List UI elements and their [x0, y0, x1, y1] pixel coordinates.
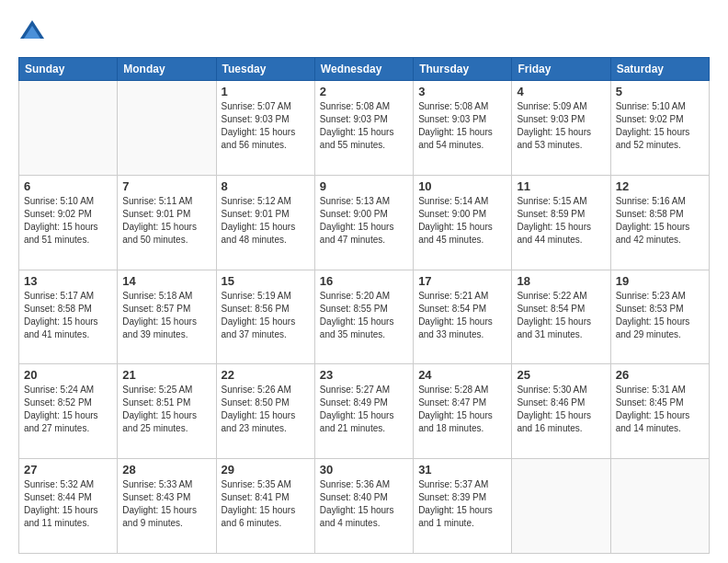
day-number: 11 [517, 179, 605, 193]
calendar-cell: 22Sunrise: 5:26 AM Sunset: 8:50 PM Dayli… [216, 364, 314, 459]
day-info: Sunrise: 5:13 AM Sunset: 9:00 PM Dayligh… [320, 195, 408, 247]
calendar-cell: 27Sunrise: 5:32 AM Sunset: 8:44 PM Dayli… [19, 459, 118, 554]
day-number: 15 [222, 274, 310, 288]
calendar-week-1: 1Sunrise: 5:07 AM Sunset: 9:03 PM Daylig… [19, 81, 710, 176]
calendar-cell: 9Sunrise: 5:13 AM Sunset: 9:00 PM Daylig… [314, 175, 413, 270]
calendar-cell [19, 81, 118, 176]
calendar-cell: 16Sunrise: 5:20 AM Sunset: 8:55 PM Dayli… [314, 270, 413, 364]
calendar-cell [118, 81, 216, 176]
day-info: Sunrise: 5:14 AM Sunset: 9:00 PM Dayligh… [418, 195, 506, 247]
weekday-header-saturday: Saturday [610, 58, 709, 81]
day-number: 22 [222, 368, 310, 382]
day-info: Sunrise: 5:35 AM Sunset: 8:41 PM Dayligh… [222, 478, 310, 530]
day-number: 17 [418, 274, 506, 288]
day-info: Sunrise: 5:25 AM Sunset: 8:51 PM Dayligh… [122, 384, 210, 435]
calendar-cell: 23Sunrise: 5:27 AM Sunset: 8:49 PM Dayli… [314, 364, 413, 459]
calendar-week-2: 6Sunrise: 5:10 AM Sunset: 9:02 PM Daylig… [19, 175, 710, 270]
day-number: 6 [24, 179, 112, 193]
day-info: Sunrise: 5:08 AM Sunset: 9:03 PM Dayligh… [320, 100, 408, 152]
calendar-cell: 15Sunrise: 5:19 AM Sunset: 8:56 PM Dayli… [216, 270, 314, 364]
calendar-week-3: 13Sunrise: 5:17 AM Sunset: 8:58 PM Dayli… [19, 270, 710, 364]
calendar-cell: 11Sunrise: 5:15 AM Sunset: 8:59 PM Dayli… [512, 175, 610, 270]
weekday-header-thursday: Thursday [414, 58, 512, 81]
weekday-header-tuesday: Tuesday [216, 58, 314, 81]
day-number: 29 [222, 463, 310, 477]
calendar-cell: 29Sunrise: 5:35 AM Sunset: 8:41 PM Dayli… [216, 459, 314, 554]
calendar-cell: 13Sunrise: 5:17 AM Sunset: 8:58 PM Dayli… [19, 270, 118, 364]
header [18, 18, 710, 46]
day-info: Sunrise: 5:20 AM Sunset: 8:55 PM Dayligh… [320, 290, 408, 341]
calendar-cell: 2Sunrise: 5:08 AM Sunset: 9:03 PM Daylig… [314, 81, 413, 176]
day-info: Sunrise: 5:21 AM Sunset: 8:54 PM Dayligh… [418, 290, 506, 341]
day-number: 2 [320, 85, 408, 98]
day-number: 28 [122, 463, 210, 477]
day-info: Sunrise: 5:23 AM Sunset: 8:53 PM Dayligh… [616, 290, 704, 341]
logo-icon [18, 18, 46, 46]
day-info: Sunrise: 5:30 AM Sunset: 8:46 PM Dayligh… [517, 384, 605, 435]
day-info: Sunrise: 5:19 AM Sunset: 8:56 PM Dayligh… [222, 290, 310, 341]
day-info: Sunrise: 5:33 AM Sunset: 8:43 PM Dayligh… [122, 478, 210, 530]
calendar-cell: 5Sunrise: 5:10 AM Sunset: 9:02 PM Daylig… [610, 81, 709, 176]
day-info: Sunrise: 5:22 AM Sunset: 8:54 PM Dayligh… [517, 290, 605, 341]
day-info: Sunrise: 5:10 AM Sunset: 9:02 PM Dayligh… [24, 195, 112, 247]
day-info: Sunrise: 5:27 AM Sunset: 8:49 PM Dayligh… [320, 384, 408, 435]
day-info: Sunrise: 5:37 AM Sunset: 8:39 PM Dayligh… [418, 478, 506, 530]
day-info: Sunrise: 5:09 AM Sunset: 9:03 PM Dayligh… [517, 100, 605, 152]
calendar-cell: 7Sunrise: 5:11 AM Sunset: 9:01 PM Daylig… [118, 175, 216, 270]
calendar-cell: 4Sunrise: 5:09 AM Sunset: 9:03 PM Daylig… [512, 81, 610, 176]
day-number: 31 [418, 463, 506, 477]
calendar-cell: 1Sunrise: 5:07 AM Sunset: 9:03 PM Daylig… [216, 81, 314, 176]
calendar-cell: 26Sunrise: 5:31 AM Sunset: 8:45 PM Dayli… [610, 364, 709, 459]
day-info: Sunrise: 5:18 AM Sunset: 8:57 PM Dayligh… [122, 290, 210, 341]
day-info: Sunrise: 5:26 AM Sunset: 8:50 PM Dayligh… [222, 384, 310, 435]
calendar-header-row: SundayMondayTuesdayWednesdayThursdayFrid… [19, 58, 710, 81]
day-number: 16 [320, 274, 408, 288]
calendar-cell: 8Sunrise: 5:12 AM Sunset: 9:01 PM Daylig… [216, 175, 314, 270]
day-number: 24 [418, 368, 506, 382]
day-info: Sunrise: 5:07 AM Sunset: 9:03 PM Dayligh… [222, 100, 310, 152]
calendar-cell: 20Sunrise: 5:24 AM Sunset: 8:52 PM Dayli… [19, 364, 118, 459]
day-number: 30 [320, 463, 408, 477]
calendar-week-5: 27Sunrise: 5:32 AM Sunset: 8:44 PM Dayli… [19, 459, 710, 554]
calendar-cell: 24Sunrise: 5:28 AM Sunset: 8:47 PM Dayli… [414, 364, 512, 459]
day-number: 10 [418, 179, 506, 193]
day-number: 8 [222, 179, 310, 193]
day-info: Sunrise: 5:32 AM Sunset: 8:44 PM Dayligh… [24, 478, 112, 530]
day-info: Sunrise: 5:16 AM Sunset: 8:58 PM Dayligh… [616, 195, 704, 247]
day-info: Sunrise: 5:08 AM Sunset: 9:03 PM Dayligh… [418, 100, 506, 152]
calendar-cell [512, 459, 610, 554]
day-info: Sunrise: 5:15 AM Sunset: 8:59 PM Dayligh… [517, 195, 605, 247]
day-info: Sunrise: 5:28 AM Sunset: 8:47 PM Dayligh… [418, 384, 506, 435]
day-number: 4 [517, 85, 605, 98]
day-info: Sunrise: 5:36 AM Sunset: 8:40 PM Dayligh… [320, 478, 408, 530]
calendar-cell: 30Sunrise: 5:36 AM Sunset: 8:40 PM Dayli… [314, 459, 413, 554]
calendar-cell: 19Sunrise: 5:23 AM Sunset: 8:53 PM Dayli… [610, 270, 709, 364]
calendar-cell: 21Sunrise: 5:25 AM Sunset: 8:51 PM Dayli… [118, 364, 216, 459]
calendar-cell: 18Sunrise: 5:22 AM Sunset: 8:54 PM Dayli… [512, 270, 610, 364]
calendar-week-4: 20Sunrise: 5:24 AM Sunset: 8:52 PM Dayli… [19, 364, 710, 459]
day-info: Sunrise: 5:12 AM Sunset: 9:01 PM Dayligh… [222, 195, 310, 247]
calendar-cell: 12Sunrise: 5:16 AM Sunset: 8:58 PM Dayli… [610, 175, 709, 270]
calendar-cell: 25Sunrise: 5:30 AM Sunset: 8:46 PM Dayli… [512, 364, 610, 459]
logo [18, 18, 50, 46]
day-number: 14 [122, 274, 210, 288]
day-number: 9 [320, 179, 408, 193]
calendar-cell: 6Sunrise: 5:10 AM Sunset: 9:02 PM Daylig… [19, 175, 118, 270]
day-number: 5 [616, 85, 704, 98]
day-number: 21 [122, 368, 210, 382]
calendar-cell: 10Sunrise: 5:14 AM Sunset: 9:00 PM Dayli… [414, 175, 512, 270]
weekday-header-sunday: Sunday [19, 58, 118, 81]
day-info: Sunrise: 5:31 AM Sunset: 8:45 PM Dayligh… [616, 384, 704, 435]
day-number: 7 [122, 179, 210, 193]
weekday-header-wednesday: Wednesday [314, 58, 413, 81]
calendar-cell: 28Sunrise: 5:33 AM Sunset: 8:43 PM Dayli… [118, 459, 216, 554]
calendar-cell: 3Sunrise: 5:08 AM Sunset: 9:03 PM Daylig… [414, 81, 512, 176]
calendar-cell: 31Sunrise: 5:37 AM Sunset: 8:39 PM Dayli… [414, 459, 512, 554]
weekday-header-friday: Friday [512, 58, 610, 81]
day-number: 3 [418, 85, 506, 98]
day-number: 12 [616, 179, 704, 193]
day-number: 19 [616, 274, 704, 288]
day-info: Sunrise: 5:24 AM Sunset: 8:52 PM Dayligh… [24, 384, 112, 435]
day-info: Sunrise: 5:17 AM Sunset: 8:58 PM Dayligh… [24, 290, 112, 341]
page: SundayMondayTuesdayWednesdayThursdayFrid… [0, 0, 728, 563]
